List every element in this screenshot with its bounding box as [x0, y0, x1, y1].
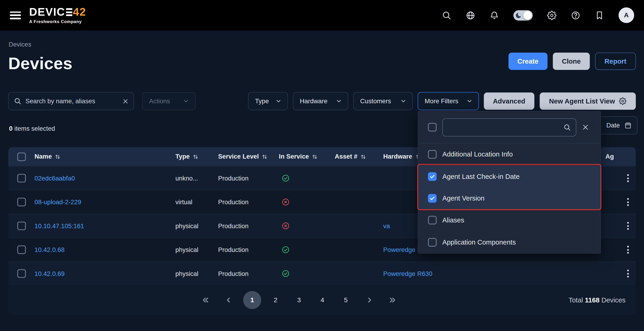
row-menu-kebab-icon[interactable] [626, 173, 630, 184]
more-filters-option[interactable]: Agent Version [418, 187, 600, 209]
device-type: unkno... [175, 174, 218, 182]
notifications-bell-icon[interactable] [490, 10, 499, 20]
select-all-options-checkbox[interactable] [428, 123, 436, 131]
hardware-filter-dropdown[interactable]: Hardware [293, 92, 348, 110]
option-checkbox[interactable] [428, 238, 436, 246]
total-devices-count: Total 1168 Devices [569, 296, 626, 304]
gear-icon [619, 98, 626, 105]
page-button[interactable]: 3 [290, 291, 308, 309]
toggle-knob [523, 11, 532, 19]
row-menu-kebab-icon[interactable] [626, 244, 630, 255]
hardware-link[interactable]: va [383, 222, 390, 230]
page-button[interactable]: 5 [337, 291, 355, 309]
type-filter-dropdown[interactable]: Type [248, 92, 288, 110]
logo-e-icon [66, 8, 72, 16]
service-level: Production [218, 174, 279, 182]
help-icon[interactable] [571, 10, 580, 20]
advanced-button[interactable]: Advanced [484, 92, 534, 110]
in-service-yes-icon [281, 174, 290, 182]
options-search-box[interactable] [442, 118, 576, 136]
sort-icon [192, 154, 199, 160]
column-header[interactable]: Ag [605, 153, 620, 160]
user-avatar[interactable]: A [618, 7, 634, 23]
filter-toolbar: Actions Type Hardware Customers More Fil… [8, 92, 636, 110]
device-name-link[interactable]: 10.42.0.69 [34, 270, 65, 277]
row-checkbox[interactable] [17, 269, 26, 278]
settings-gear-icon[interactable] [547, 10, 556, 20]
row-checkbox[interactable] [17, 174, 26, 182]
more-filters-option[interactable]: Application Components [418, 231, 600, 253]
more-filters-option[interactable]: Aliases [418, 209, 600, 231]
logo-text: DEVIC [29, 7, 65, 18]
page-title: Devices [8, 54, 72, 73]
device-search-box[interactable] [8, 92, 134, 110]
row-menu-kebab-icon[interactable] [626, 196, 630, 207]
chevron-down-icon [275, 98, 282, 104]
top-navbar: DEVIC42 A Freshworks Company [0, 0, 644, 31]
clone-button[interactable]: Clone [553, 53, 590, 70]
column-header[interactable]: Service Level [218, 153, 279, 160]
row-checkbox[interactable] [17, 221, 26, 230]
selection-count: 0 items selected [9, 125, 55, 132]
new-agent-list-view-button[interactable]: New Agent List View [540, 92, 636, 110]
page-button[interactable]: 2 [266, 291, 284, 309]
menu-icon[interactable] [10, 11, 21, 19]
bookmark-icon[interactable] [595, 10, 604, 20]
device-name-link[interactable]: 10.42.0.68 [34, 246, 65, 253]
option-checkbox[interactable] [428, 150, 436, 159]
report-button[interactable]: Report [595, 53, 636, 70]
chevron-down-icon [336, 98, 342, 104]
device-name-link[interactable]: 10.10.47.105:161 [34, 222, 84, 230]
create-button[interactable]: Create [508, 53, 548, 70]
logo-42-text: 42 [73, 7, 86, 18]
device-name-link[interactable]: 08-upload-2-229 [34, 198, 81, 206]
service-level: Production [218, 222, 279, 230]
device42-logo[interactable]: DEVIC42 A Freshworks Company [29, 7, 86, 24]
theme-toggle[interactable] [514, 10, 533, 21]
first-page-icon[interactable] [196, 291, 214, 309]
page-numbers: 12345 [243, 291, 355, 309]
in-service-no-icon [281, 221, 290, 230]
page-button[interactable]: 1 [243, 291, 261, 309]
device-name-link[interactable]: 02edc6aabfa0 [34, 174, 75, 182]
service-level: Production [218, 198, 279, 206]
clear-search-icon[interactable] [122, 98, 128, 104]
more-filters-option[interactable]: Additional Location Info [418, 143, 600, 165]
column-header[interactable]: Asset # [335, 153, 383, 160]
page-button[interactable]: 4 [314, 291, 332, 309]
column-header[interactable]: In Service [279, 153, 335, 160]
option-checkbox[interactable] [428, 172, 436, 180]
hardware-link[interactable]: Poweredge R630 [383, 270, 432, 277]
header-buttons: Create Clone Report [508, 53, 636, 70]
sort-icon [312, 154, 318, 160]
device-type: physical [175, 246, 218, 253]
search-icon[interactable] [442, 10, 452, 20]
column-header[interactable]: Name [34, 153, 176, 160]
actions-dropdown[interactable]: Actions [142, 92, 196, 110]
column-header[interactable]: Type [175, 153, 218, 160]
chevron-down-icon [466, 98, 473, 104]
options-search-input[interactable] [448, 124, 560, 131]
devices-page: DEVIC42 A Freshworks Company [0, 0, 644, 331]
customers-filter-dropdown[interactable]: Customers [353, 92, 413, 110]
row-menu-kebab-icon[interactable] [626, 220, 630, 231]
more-filters-option[interactable]: Agent Last Check-in Date [418, 166, 600, 187]
device-type: virtual [175, 198, 218, 206]
next-page-icon[interactable] [360, 291, 378, 309]
service-level: Production [218, 270, 279, 277]
option-checkbox[interactable] [428, 194, 436, 203]
breadcrumb[interactable]: Devices [8, 41, 31, 48]
last-page-icon[interactable] [384, 291, 402, 309]
search-icon [14, 98, 22, 105]
more-filters-dropdown-button[interactable]: More Filters [418, 92, 479, 110]
option-checkbox[interactable] [428, 216, 436, 224]
search-input[interactable] [26, 98, 118, 105]
prev-page-icon[interactable] [220, 291, 238, 309]
row-menu-kebab-icon[interactable] [626, 268, 630, 279]
globe-icon[interactable] [466, 10, 475, 20]
calendar-icon [624, 122, 632, 129]
select-all-rows-checkbox[interactable] [17, 152, 26, 161]
row-checkbox[interactable] [17, 198, 26, 206]
close-icon[interactable] [582, 124, 589, 131]
row-checkbox[interactable] [17, 245, 26, 254]
